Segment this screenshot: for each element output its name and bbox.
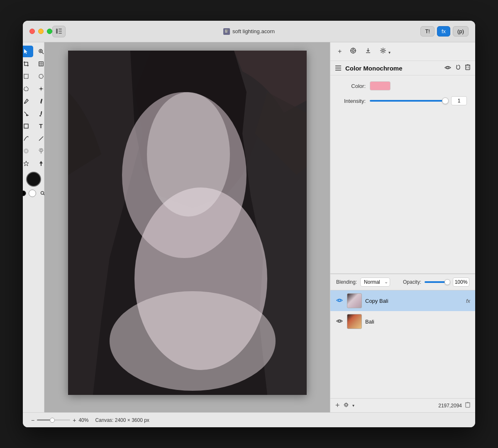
titlebar-right-buttons: T! fx (p) [420, 26, 469, 37]
intensity-slider[interactable] [370, 100, 448, 102]
zoom-slider[interactable] [37, 419, 70, 421]
svg-point-17 [24, 102, 25, 104]
main-content: T [23, 42, 475, 412]
crop-tool[interactable] [23, 58, 33, 70]
zoom-slider-thumb[interactable] [50, 418, 55, 423]
svg-point-28 [40, 149, 42, 151]
layer-item-copy-bali[interactable]: Copy Bali fx [330, 290, 475, 311]
maximize-button[interactable] [47, 29, 52, 34]
intensity-slider-thumb[interactable] [442, 97, 449, 104]
canvas-size: Canvas: 2400 × 3600 px [95, 417, 149, 423]
select-tool[interactable] [23, 46, 33, 57]
svg-rect-23 [24, 124, 28, 128]
add-filter-button[interactable]: + [337, 47, 342, 56]
svg-point-39 [41, 192, 44, 195]
close-button[interactable] [29, 29, 35, 34]
p-panel-label: (p) [457, 28, 464, 34]
layers-spacer [330, 332, 475, 398]
canvas-image-inner [68, 51, 307, 395]
svg-point-45 [147, 92, 230, 217]
filter-reset-icon[interactable] [455, 64, 461, 72]
color-picker-swatch[interactable] [370, 81, 391, 90]
intensity-slider-container: 1 [370, 96, 467, 105]
star-tool[interactable] [23, 158, 33, 169]
svg-marker-19 [40, 103, 42, 104]
opacity-slider[interactable] [425, 281, 449, 283]
filter-visibility-icon[interactable] [444, 64, 451, 72]
svg-rect-0 [56, 29, 58, 34]
blending-label: Blending: [336, 279, 357, 285]
svg-marker-37 [24, 161, 29, 166]
blending-select[interactable]: Normal Multiply Screen Overlay [360, 278, 390, 287]
svg-rect-21 [40, 111, 42, 115]
titlebar: soft lighting.acorn T! fx (p) [23, 21, 475, 42]
download-button[interactable] [364, 46, 372, 56]
layer-coordinates: 2197,2094 [438, 403, 462, 409]
eyedropper-tool[interactable] [23, 95, 33, 107]
p-panel-button[interactable]: (p) [453, 26, 469, 37]
main-window: soft lighting.acorn T! fx (p) [23, 21, 475, 427]
left-toolbar: T [23, 42, 44, 412]
filter-panel: + ▾ [330, 42, 475, 274]
blur-tool[interactable] [23, 145, 33, 157]
layer-settings-button[interactable] [343, 402, 349, 409]
rect-select-tool[interactable] [23, 71, 33, 82]
status-bar: − + 40% Canvas: 2400 × 3600 px [23, 412, 475, 427]
traffic-lights [29, 29, 52, 34]
svg-line-34 [39, 151, 40, 152]
foreground-color-swatch[interactable] [26, 172, 41, 187]
layer-visibility-bali[interactable] [335, 318, 344, 325]
layer-item-bali[interactable]: Bali [330, 311, 475, 332]
svg-line-36 [39, 149, 40, 149]
zoom-out-button[interactable]: − [31, 417, 34, 424]
layer-fx-copy-bali: fx [466, 298, 470, 304]
color-label: Color: [339, 83, 366, 89]
svg-marker-38 [39, 161, 43, 166]
svg-rect-2 [59, 31, 62, 32]
layer-name-copy-bali: Copy Bali [365, 298, 463, 304]
svg-rect-14 [24, 74, 28, 78]
svg-point-47 [352, 50, 354, 52]
filter-header-icons [444, 64, 470, 72]
zoom-in-button[interactable]: + [73, 417, 76, 424]
foreground-color-mini[interactable] [23, 190, 26, 196]
svg-point-61 [339, 299, 341, 302]
layer-visibility-copy-bali[interactable] [335, 297, 344, 304]
opacity-value[interactable]: 100% [453, 278, 469, 287]
fx-panel-label: fx [442, 28, 446, 34]
background-color-swatch[interactable] [29, 190, 36, 197]
layers-panel: Blending: Normal Multiply Screen Overlay… [330, 274, 475, 412]
filter-title: Color Monochrome [345, 65, 440, 72]
svg-point-62 [339, 320, 341, 322]
svg-line-30 [42, 149, 43, 149]
tools-panel-label: T! [425, 28, 430, 34]
filter-body: Color: Intensity: 1 [330, 75, 475, 111]
opacity-slider-thumb[interactable] [444, 279, 450, 285]
layer-thumb-bali [347, 314, 362, 329]
lasso-tool[interactable] [23, 83, 33, 95]
svg-line-8 [42, 52, 44, 54]
target-button[interactable] [349, 46, 357, 56]
intensity-value[interactable]: 1 [451, 96, 467, 105]
fx-panel-button[interactable]: fx [437, 26, 450, 37]
pen-tool[interactable] [23, 133, 33, 144]
settings-button[interactable]: ▾ [379, 46, 391, 56]
add-layer-button[interactable]: + [335, 401, 340, 410]
shape-tool[interactable] [23, 120, 33, 132]
paint-bucket-tool[interactable] [23, 108, 33, 119]
delete-layer-button[interactable] [465, 402, 470, 409]
sidebar-toggle-button[interactable] [52, 26, 66, 37]
filter-delete-icon[interactable] [465, 64, 470, 72]
layer-name-bali: Bali [365, 319, 470, 325]
intensity-row: Intensity: 1 [339, 96, 467, 105]
drag-handle[interactable] [335, 66, 341, 71]
right-panel: + ▾ [330, 42, 475, 412]
tools-panel-button[interactable]: T! [420, 26, 435, 37]
svg-point-63 [345, 404, 347, 406]
filter-header: Color Monochrome [330, 61, 475, 75]
add-filter-icon: + [338, 48, 342, 55]
svg-point-53 [382, 50, 384, 52]
canvas-area[interactable] [44, 42, 330, 412]
svg-point-15 [39, 74, 43, 78]
minimize-button[interactable] [38, 29, 44, 34]
